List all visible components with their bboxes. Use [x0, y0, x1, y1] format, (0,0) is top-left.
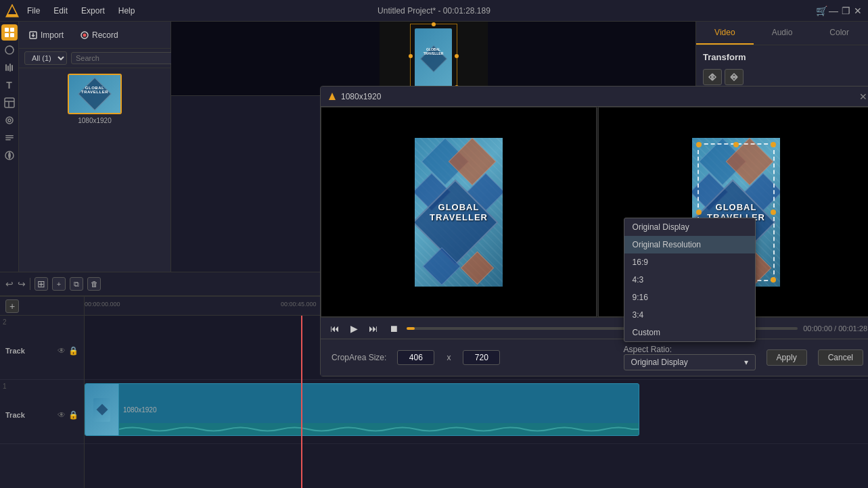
cart-icon[interactable]: 🛒 [817, 6, 826, 16]
dropdown-item-original-display[interactable]: Original Display [624, 218, 755, 236]
ruler-label-0: 00:00:00.000 [85, 301, 120, 308]
tab-color[interactable]: Color [810, 22, 868, 45]
sidebar-icon-stickers[interactable] [1, 130, 18, 146]
next-frame-button[interactable]: ⏭ [366, 322, 381, 335]
svg-point-21 [83, 33, 87, 36]
play-button[interactable]: ▶ [348, 322, 361, 335]
track-2-eye-icon[interactable]: 👁 [58, 346, 66, 356]
video-original: GLOBAL TRAVELLER [321, 107, 597, 317]
thumbnail-preview: GLOBALTRAVELLER [68, 74, 122, 114]
timeline-cursor [301, 316, 302, 488]
progress-fill [407, 327, 415, 330]
dropdown-item-custom[interactable]: Custom [624, 324, 755, 341]
tab-video[interactable]: Video [696, 22, 754, 45]
clip-audio-waveform [119, 423, 639, 435]
aspect-ratio-dropdown: Original Display Original Resolution 16:… [624, 218, 756, 342]
stop-button[interactable]: ⏹ [386, 322, 401, 335]
svg-point-13 [8, 119, 11, 122]
media-toolbar: Import Record [19, 22, 170, 49]
dropdown-item-original-resolution[interactable]: Original Resolution [624, 236, 755, 253]
crop-controls: CropArea Size: x Aspect Ratio: Original … [321, 339, 868, 376]
dropdown-item-9-16[interactable]: 9:16 [624, 289, 755, 306]
sidebar-icon-effects[interactable] [1, 42, 18, 58]
crop-close-button[interactable]: ✕ [859, 91, 867, 102]
minimize-button[interactable]: — [829, 6, 838, 16]
add-media-button[interactable]: + [52, 277, 66, 291]
redo-button[interactable]: ↪ [18, 278, 26, 289]
track-2-lock-icon[interactable]: 🔒 [68, 346, 78, 356]
track-2-label: Track [5, 347, 25, 355]
aspect-ratio-container: Aspect Ratio: Original Display ▾ Origina… [624, 345, 756, 370]
add-track-button[interactable]: + [5, 299, 19, 313]
aspect-ratio-value: Original Display [631, 358, 688, 367]
flip-horizontal-button[interactable] [703, 69, 722, 85]
video-original-inner: GLOBAL TRAVELLER [321, 107, 596, 316]
crop-playback-bar: ⏮ ▶ ⏭ ⏹ 00:00:00 / 00:01:28 [321, 317, 868, 339]
menu-edit[interactable]: Edit [48, 5, 73, 17]
detach-button[interactable]: ⧉ [70, 277, 83, 291]
record-label: Record [92, 30, 118, 40]
app-logo [5, 4, 19, 18]
aspect-ratio-label: Aspect Ratio: [624, 345, 672, 354]
crop-handle-tr[interactable] [771, 142, 776, 147]
preview-strip: GLOBALTRAVELLER [171, 22, 695, 96]
svg-rect-7 [9, 64, 11, 72]
svg-rect-9 [5, 98, 14, 107]
menu-help[interactable]: Help [113, 5, 141, 17]
search-input[interactable] [71, 52, 174, 64]
cancel-button[interactable]: Cancel [818, 349, 863, 366]
sidebar-icon-media[interactable] [1, 24, 18, 41]
apply-button[interactable]: Apply [767, 349, 807, 366]
clip-thumbnail [85, 384, 119, 435]
sidebar-icon-plugins[interactable] [1, 112, 18, 128]
track-1-clip[interactable]: 1080x1920 [85, 383, 639, 436]
menu-file[interactable]: File [22, 5, 45, 17]
track-2-icons: 👁 🔒 [58, 346, 78, 356]
right-tabs: Video Audio Color [696, 22, 868, 45]
delete-button[interactable]: 🗑 [87, 277, 101, 291]
clip-label: 1080x1920 [119, 404, 161, 416]
close-button[interactable]: ✕ [853, 6, 863, 16]
import-label: Import [41, 30, 64, 40]
prev-frame-button[interactable]: ⏮ [327, 322, 342, 335]
track-1-eye-icon[interactable]: 👁 [58, 410, 66, 420]
svg-rect-15 [5, 137, 14, 139]
tab-audio[interactable]: Audio [754, 22, 811, 45]
sidebar-icon-filters[interactable] [1, 147, 18, 164]
sidebar-icon-text[interactable]: T [1, 77, 18, 93]
group-clip-button[interactable]: ⊞ [35, 277, 48, 291]
crop-handle-tl[interactable] [696, 142, 702, 147]
crop-height-input[interactable] [463, 350, 500, 365]
crop-dialog-title: 1080x1920 [341, 92, 381, 101]
crop-header-title-area: 1080x1920 [327, 92, 381, 101]
track-label-1: 1 Track 👁 🔒 [0, 380, 84, 444]
aspect-ratio-dropdown-button[interactable]: Original Display ▾ [624, 354, 756, 370]
crop-dialog: 1080x1920 ✕ [320, 86, 868, 376]
dropdown-item-3-4[interactable]: 3:4 [624, 306, 755, 324]
track-label-2: 2 Track 👁 🔒 [0, 316, 84, 380]
menu-export[interactable]: Export [76, 5, 110, 17]
media-thumbnail-item[interactable]: GLOBALTRAVELLER 1080x1920 [24, 74, 165, 124]
record-button[interactable]: Record [76, 28, 122, 42]
crop-handle-right[interactable] [771, 210, 776, 215]
track-2-controls: Track 👁 🔒 [5, 346, 78, 356]
crop-handle-br[interactable] [771, 277, 776, 283]
track-1-lock-icon[interactable]: 🔒 [68, 410, 78, 420]
flip-vertical-button[interactable] [725, 69, 744, 85]
maximize-button[interactable]: ❐ [841, 6, 850, 16]
filter-dropdown[interactable]: All (1) [24, 51, 67, 65]
svg-point-12 [6, 117, 13, 124]
dropdown-item-16-9[interactable]: 16:9 [624, 253, 755, 271]
undo-button[interactable]: ↩ [5, 278, 14, 289]
dropdown-item-4-3[interactable]: 4:3 [624, 271, 755, 289]
sidebar-icon-audio[interactable] [1, 59, 18, 76]
import-button[interactable]: Import [24, 28, 68, 42]
crop-width-input[interactable] [397, 350, 434, 365]
svg-rect-8 [12, 65, 13, 71]
svg-rect-1 [10, 28, 14, 32]
chevron-down-icon: ▾ [744, 358, 748, 367]
sidebar-icon-templates[interactable] [1, 95, 18, 111]
crop-handle-left[interactable] [696, 210, 702, 215]
crop-handle-top[interactable] [733, 142, 739, 147]
track-1-label: Track [5, 411, 25, 419]
